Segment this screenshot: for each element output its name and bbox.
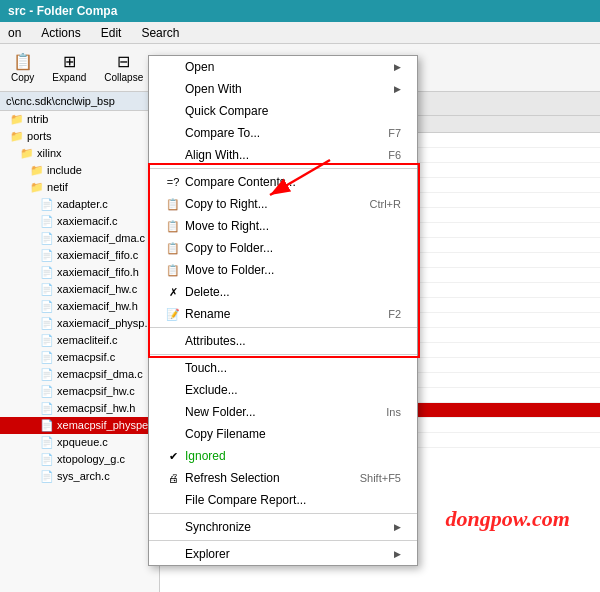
tree-item[interactable]: 📄 xtopology_g.c: [0, 451, 159, 468]
context-menu-separator: [149, 513, 417, 514]
tree-item[interactable]: 📄 xemacliteif.c: [0, 332, 159, 349]
menu-item-search[interactable]: Search: [137, 24, 183, 42]
context-menu-item-label: Compare Contents...: [185, 175, 296, 189]
tree-item[interactable]: 📄 xaxiemacif_hw.c: [0, 281, 159, 298]
tree-item[interactable]: 📄 xaxiemacif_physp...: [0, 315, 159, 332]
context-menu-item-shortcut: Shift+F5: [360, 472, 401, 484]
title-text: src - Folder Compa: [8, 4, 117, 18]
context-menu-item[interactable]: 📋Move to Right...: [149, 215, 417, 237]
context-menu-item-shortcut: F2: [388, 308, 401, 320]
tree-item[interactable]: 📄 xpqueue.c: [0, 434, 159, 451]
context-menu-item[interactable]: 📋Move to Folder...: [149, 259, 417, 281]
tree-item[interactable]: 📄 xemacpsif_hw.h: [0, 400, 159, 417]
context-menu-separator: [149, 327, 417, 328]
context-menu-item-label: Refresh Selection: [185, 471, 280, 485]
context-menu-item-label: Copy Filename: [185, 427, 266, 441]
tree-item[interactable]: 📄 xemacpsif_physpe...: [0, 417, 159, 434]
context-menu-item-label: Explorer: [185, 547, 230, 561]
context-menu-item[interactable]: Exclude...: [149, 379, 417, 401]
context-menu-item-label: Move to Right...: [185, 219, 269, 233]
context-menu-item-icon: 🖨: [165, 472, 181, 484]
context-menu-item[interactable]: ✔Ignored: [149, 445, 417, 467]
context-menu-item-label: Rename: [185, 307, 230, 321]
context-menu-item-label: Quick Compare: [185, 104, 268, 118]
context-menu-item[interactable]: Compare To...F7: [149, 122, 417, 144]
left-panel: c\cnc.sdk\cnclwip_bsp 📁 ntrib📁 ports📁 xi…: [0, 92, 160, 592]
context-menu-item[interactable]: Attributes...: [149, 330, 417, 352]
context-menu-item[interactable]: New Folder...Ins: [149, 401, 417, 423]
context-menu-item[interactable]: 📋Copy to Right...Ctrl+R: [149, 193, 417, 215]
context-menu-item-label: New Folder...: [185, 405, 256, 419]
toolbar-copy[interactable]: 📋 Copy: [4, 49, 41, 86]
context-menu-item[interactable]: 📝RenameF2: [149, 303, 417, 325]
tree-item[interactable]: 📄 xemacpsif.c: [0, 349, 159, 366]
tree-item[interactable]: 📄 xadapter.c: [0, 196, 159, 213]
context-menu-item-label: Touch...: [185, 361, 227, 375]
title-bar: src - Folder Compa: [0, 0, 600, 22]
context-menu-item[interactable]: Open With: [149, 78, 417, 100]
context-menu-item[interactable]: ✗Delete...: [149, 281, 417, 303]
context-menu-item-label: Open With: [185, 82, 242, 96]
tree-item[interactable]: 📄 xemacpsif_hw.c: [0, 383, 159, 400]
watermark: dongpow.com: [446, 506, 570, 532]
menu-item-edit[interactable]: Edit: [97, 24, 126, 42]
context-menu-item-label: Open: [185, 60, 214, 74]
context-menu-item-shortcut: F6: [388, 149, 401, 161]
context-menu: OpenOpen WithQuick CompareCompare To...F…: [148, 55, 418, 566]
tree-item[interactable]: 📁 netif: [0, 179, 159, 196]
context-menu-item-label: Copy to Right...: [185, 197, 268, 211]
tree-item[interactable]: 📄 xaxiemacif_hw.h: [0, 298, 159, 315]
context-menu-item[interactable]: Synchronize: [149, 516, 417, 538]
context-menu-item[interactable]: =?Compare Contents...: [149, 171, 417, 193]
context-menu-item[interactable]: File Compare Report...: [149, 489, 417, 511]
expand-icon: ⊞: [63, 52, 76, 71]
menu-bar: on Actions Edit Search: [0, 22, 600, 44]
tree-item[interactable]: 📄 sys_arch.c: [0, 468, 159, 485]
context-menu-item[interactable]: Open: [149, 56, 417, 78]
context-menu-item-icon: 📝: [165, 308, 181, 321]
tree-item[interactable]: 📄 xemacpsif_dma.c: [0, 366, 159, 383]
file-tree: 📁 ntrib📁 ports📁 xilinx📁 include📁 netif📄 …: [0, 111, 159, 485]
context-menu-item-icon: 📋: [165, 264, 181, 277]
context-menu-item[interactable]: Align With...F6: [149, 144, 417, 166]
context-menu-item-icon: ✔: [165, 450, 181, 463]
context-menu-item-label: File Compare Report...: [185, 493, 306, 507]
tree-item[interactable]: 📁 include: [0, 162, 159, 179]
context-menu-item-icon: 📋: [165, 220, 181, 233]
context-menu-item-icon: =?: [165, 176, 181, 188]
context-menu-item-shortcut: Ctrl+R: [370, 198, 401, 210]
tree-item[interactable]: 📄 xaxiemacif_fifo.c: [0, 247, 159, 264]
context-menu-item-icon: 📋: [165, 242, 181, 255]
context-menu-item[interactable]: 🖨Refresh SelectionShift+F5: [149, 467, 417, 489]
context-menu-item-shortcut: F7: [388, 127, 401, 139]
context-menu-item-label: Compare To...: [185, 126, 260, 140]
tree-item[interactable]: 📄 xaxiemacif_dma.c: [0, 230, 159, 247]
copy-icon: 📋: [13, 52, 33, 71]
tree-item[interactable]: 📄 xaxiemacif_fifo.h: [0, 264, 159, 281]
context-menu-item[interactable]: Explorer: [149, 543, 417, 565]
context-menu-item-label: Move to Folder...: [185, 263, 274, 277]
menu-item-actions[interactable]: Actions: [37, 24, 84, 42]
context-menu-item-label: Copy to Folder...: [185, 241, 273, 255]
context-menu-separator: [149, 168, 417, 169]
tree-item[interactable]: 📁 ports: [0, 128, 159, 145]
context-menu-item-icon: 📋: [165, 198, 181, 211]
context-menu-item[interactable]: Quick Compare: [149, 100, 417, 122]
toolbar-collapse[interactable]: ⊟ Collapse: [97, 49, 150, 86]
context-menu-item-label: Align With...: [185, 148, 249, 162]
context-menu-item-label: Delete...: [185, 285, 230, 299]
left-panel-header: c\cnc.sdk\cnclwip_bsp: [0, 92, 159, 111]
context-menu-item[interactable]: Copy Filename: [149, 423, 417, 445]
tree-item[interactable]: 📄 xaxiemacif.c: [0, 213, 159, 230]
context-menu-separator: [149, 354, 417, 355]
context-menu-item[interactable]: Touch...: [149, 357, 417, 379]
context-menu-item[interactable]: 📋Copy to Folder...: [149, 237, 417, 259]
tree-item[interactable]: 📁 ntrib: [0, 111, 159, 128]
collapse-icon: ⊟: [117, 52, 130, 71]
context-menu-item-label: Ignored: [185, 449, 226, 463]
menu-item-on[interactable]: on: [4, 24, 25, 42]
context-menu-item-label: Attributes...: [185, 334, 246, 348]
tree-item[interactable]: 📁 xilinx: [0, 145, 159, 162]
context-menu-separator: [149, 540, 417, 541]
toolbar-expand[interactable]: ⊞ Expand: [45, 49, 93, 86]
